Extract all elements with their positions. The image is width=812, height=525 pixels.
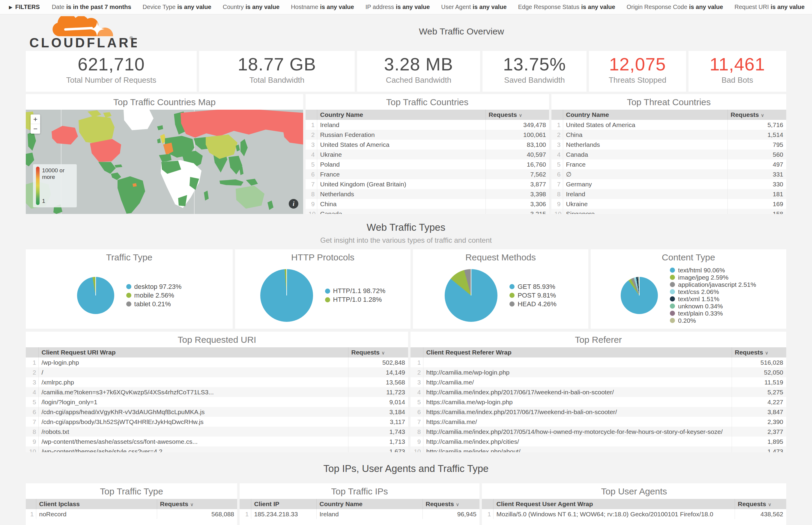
cell[interactable]: /wp-content/themes/ashe/style.css?ver=4.…	[39, 447, 348, 452]
cell[interactable]: Ireland	[316, 509, 423, 519]
cell[interactable]: 331	[727, 169, 786, 179]
cell[interactable]: 502,848	[348, 358, 408, 368]
cell[interactable]: 3,184	[348, 407, 408, 417]
filters-toggle[interactable]: ▶ FILTERS	[9, 4, 40, 11]
cell[interactable]: http://camilia.me/	[423, 377, 732, 387]
filter-user-agent[interactable]: User Agentis any value	[441, 4, 506, 10]
column-header-requests[interactable]: Requests∨	[732, 347, 786, 358]
cell[interactable]: Netherlands	[317, 189, 486, 199]
cell[interactable]: Ireland	[317, 120, 486, 130]
cell[interactable]: Canada	[563, 150, 727, 160]
cell[interactable]: 16,760	[486, 160, 549, 169]
cell[interactable]: /cdn-cgi/apps/head/xVgyKhR-vV3dAUGhMqfBc…	[39, 407, 348, 417]
column-header-country-name[interactable]: Country Name	[563, 110, 727, 120]
cell[interactable]: 52,050	[732, 368, 786, 377]
cell[interactable]: 438,562	[735, 509, 786, 519]
cell[interactable]: http://camilia.me/index.php/2017/05/14/h…	[423, 427, 732, 437]
cell[interactable]: 330	[727, 179, 786, 189]
column-header-client-request-uri-wrap[interactable]: Client Request URI Wrap	[39, 347, 348, 358]
column-header-requests[interactable]: Requests∨	[735, 499, 786, 509]
cell[interactable]: China	[563, 130, 727, 140]
cell[interactable]: 560	[727, 150, 786, 160]
cell[interactable]: 1,743	[348, 427, 408, 437]
cell[interactable]: http://camilia.me/index.php/2017/06/17/w…	[423, 387, 732, 397]
filter-edge-response-status[interactable]: Edge Response Statusis any value	[518, 4, 615, 10]
cell[interactable]: France	[317, 169, 486, 179]
cell[interactable]: Ukraine	[317, 150, 486, 160]
legend-item[interactable]: image/jpeg 2.59%	[670, 274, 756, 281]
cell[interactable]: https://camilia.me/wp-login.php	[423, 397, 732, 407]
cell[interactable]: 3,117	[348, 417, 408, 427]
cell[interactable]: /camilia.me?token=s3+7k6XQvKwzp5/4XSs4rh…	[39, 387, 348, 397]
map-info-button[interactable]: i	[289, 199, 298, 209]
cell[interactable]: 11,519	[732, 377, 786, 387]
cell[interactable]: Netherlands	[563, 140, 727, 150]
cell[interactable]: 3,215	[486, 209, 549, 214]
column-header-client-ip[interactable]: Client IP	[251, 499, 316, 509]
cell[interactable]: https://camilia.me/index.php/2017/06/17/…	[423, 407, 732, 417]
legend-item[interactable]: text/html 90.06%	[670, 267, 756, 274]
column-header-client-ipclass[interactable]: Client Ipclass	[36, 499, 157, 509]
cell[interactable]: 568,088	[157, 509, 237, 519]
cell[interactable]: Singapore	[563, 209, 727, 214]
cell[interactable]: 2,390	[732, 417, 786, 427]
cell[interactable]: 516,028	[732, 358, 786, 368]
cell[interactable]: 1,473	[732, 447, 786, 452]
legend-item[interactable]: text/plain 0.33%	[670, 310, 756, 317]
traffic-type-pie-chart[interactable]	[77, 277, 114, 314]
cell[interactable]: /wp-content/themes/ashe/assets/css/font-…	[39, 437, 348, 447]
cell[interactable]: 40,597	[486, 150, 549, 160]
filter-origin-response-code[interactable]: Origin Response Codeis any value	[627, 4, 723, 10]
kpi-threats-stopped[interactable]: 12,075 Threats Stopped	[589, 51, 686, 92]
cell[interactable]	[423, 358, 732, 368]
kpi-cached-bandwidth[interactable]: 3.28 MB Cached Bandwidth	[357, 51, 480, 92]
filter-hostname[interactable]: Hostnameis any value	[291, 4, 354, 10]
cell[interactable]: 3,877	[486, 179, 549, 189]
cell[interactable]: Germany	[563, 179, 727, 189]
cell[interactable]: http://camilia.me/index.php/cities/	[423, 437, 732, 447]
cell[interactable]: China	[317, 199, 486, 209]
cell[interactable]: 185.234.218.33	[251, 509, 316, 519]
cell[interactable]: http://camilia.me/wp-login.php	[423, 368, 732, 377]
legend-item[interactable]: GET 85.93%	[510, 282, 557, 291]
cell[interactable]: 5,716	[727, 120, 786, 130]
legend-item[interactable]: unknown 0.34%	[670, 303, 756, 310]
cell[interactable]: 1,514	[727, 130, 786, 140]
column-header-requests[interactable]: Requests∨	[423, 499, 479, 509]
column-header-requests[interactable]: Requests∨	[727, 110, 786, 120]
cell[interactable]: 5,275	[732, 387, 786, 397]
cell[interactable]: 1,673	[348, 447, 408, 452]
cell[interactable]: 1,713	[348, 437, 408, 447]
filter-request-uri[interactable]: Request URIis any value	[734, 4, 804, 10]
cell[interactable]: 13,568	[348, 377, 408, 387]
cell[interactable]: /	[39, 368, 348, 377]
cell[interactable]: 14,149	[348, 368, 408, 377]
cell[interactable]: /cdn-cgi/apps/body/3Lh52SjWTQ4HRlErJykHq…	[39, 417, 348, 427]
filter-country[interactable]: Countryis any value	[223, 4, 279, 10]
column-header-client-request-user-agent-wrap[interactable]: Client Request User Agent Wrap	[493, 499, 735, 509]
legend-item[interactable]: HEAD 4.26%	[510, 300, 557, 308]
kpi-total-requests[interactable]: 621,710 Total Number of Requests	[26, 51, 197, 92]
cell[interactable]: /xmlrpc.php	[39, 377, 348, 387]
legend-item[interactable]: POST 9.81%	[510, 291, 557, 300]
cell[interactable]: 1,895	[732, 437, 786, 447]
cell[interactable]: United States of America	[317, 140, 486, 150]
cell[interactable]: Ukraine	[563, 199, 727, 209]
cell[interactable]: 9,014	[348, 397, 408, 407]
cell[interactable]: Russian Federation	[317, 130, 486, 140]
legend-item[interactable]: desktop 97.23%	[126, 282, 182, 291]
zoom-out-button[interactable]: −	[31, 124, 40, 134]
column-header-requests[interactable]: Requests∨	[157, 499, 237, 509]
column-header-requests[interactable]: Requests∨	[486, 110, 549, 120]
cell[interactable]: /wp-login.php	[39, 358, 348, 368]
filter-device-type[interactable]: Device Typeis any value	[143, 4, 211, 10]
cell[interactable]: 11,723	[348, 387, 408, 397]
cell[interactable]: Mozilla/5.0 (Windows NT 6.1; WOW64; rv:1…	[493, 509, 735, 519]
cell[interactable]: 497	[727, 160, 786, 169]
filter-ip-address[interactable]: IP addressis any value	[366, 4, 430, 10]
cell[interactable]: 2,377	[732, 427, 786, 437]
http-protocols-pie-chart[interactable]	[260, 269, 313, 322]
cell[interactable]: 7,562	[486, 169, 549, 179]
zoom-in-button[interactable]: +	[31, 115, 40, 124]
legend-item[interactable]: HTTP/1.0 1.28%	[325, 296, 386, 304]
